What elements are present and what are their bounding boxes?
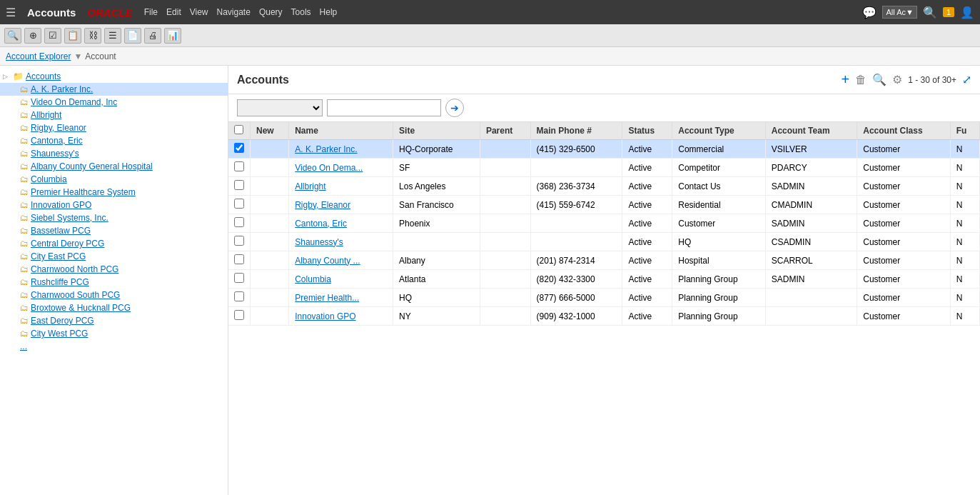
- tree-item-6[interactable]: 🗂 Albany County General Hospital: [0, 160, 228, 173]
- nav-navigate[interactable]: Navigate: [217, 7, 251, 17]
- tree-item-1[interactable]: 🗂 Video On Demand, Inc: [0, 96, 228, 109]
- tree-label-3[interactable]: Rigby, Eleanor: [31, 123, 86, 133]
- tree-item-12[interactable]: 🗂 Central Deroy PCG: [0, 237, 228, 250]
- col-team[interactable]: Account Team: [765, 122, 857, 140]
- tree-label-13[interactable]: City East PCG: [31, 251, 86, 261]
- account-explorer-link[interactable]: Account Explorer: [6, 51, 71, 61]
- toolbar-forward-btn[interactable]: ⊕: [24, 28, 41, 44]
- tree-label-0[interactable]: A. K. Parker Inc.: [31, 84, 93, 94]
- nav-help[interactable]: Help: [320, 7, 338, 17]
- tree-label-20[interactable]: ...: [20, 341, 27, 351]
- tree-label-16[interactable]: Charnwood South PCG: [31, 290, 120, 300]
- tree-label-4[interactable]: Cantona, Eric: [31, 136, 83, 146]
- tree-item-16[interactable]: 🗂 Charnwood South PCG: [0, 289, 228, 301]
- tree-item-2[interactable]: 🗂 Allbright: [0, 109, 228, 121]
- row-name-cell[interactable]: Allbright: [289, 177, 393, 196]
- tree-item-3[interactable]: 🗂 Rigby, Eleanor: [0, 121, 228, 134]
- tree-label-11[interactable]: Bassetlaw PCG: [31, 226, 91, 236]
- toolbar-list-btn[interactable]: ☰: [104, 28, 121, 44]
- tree-label-18[interactable]: East Deroy PCG: [31, 316, 94, 326]
- nav-file[interactable]: File: [144, 7, 158, 17]
- account-name-link[interactable]: Rigby, Eleanor: [295, 200, 350, 210]
- row-checkbox[interactable]: [234, 217, 244, 227]
- tree-label-9[interactable]: Innovation GPO: [31, 200, 91, 210]
- col-phone[interactable]: Main Phone #: [530, 122, 622, 140]
- tree-label-7[interactable]: Columbia: [31, 174, 67, 184]
- row-name-cell[interactable]: Shaunessy's: [289, 233, 393, 251]
- col-class[interactable]: Account Class: [857, 122, 951, 140]
- row-checkbox[interactable]: [234, 273, 244, 283]
- tree-label-14[interactable]: Charnwood North PCG: [31, 264, 118, 274]
- row-checkbox[interactable]: [234, 254, 244, 264]
- toolbar-link-btn[interactable]: ⛓: [84, 28, 101, 44]
- row-checkbox-cell[interactable]: [228, 159, 251, 177]
- tree-item-0[interactable]: 🗂 A. K. Parker Inc.: [0, 83, 228, 96]
- row-checkbox[interactable]: [234, 310, 244, 320]
- row-name-cell[interactable]: Premier Health...: [289, 289, 393, 307]
- menu-icon[interactable]: ☰: [6, 6, 16, 19]
- tree-label-10[interactable]: Siebel Systems, Inc.: [31, 213, 108, 223]
- account-name-link[interactable]: Innovation GPO: [295, 311, 355, 321]
- col-status[interactable]: Status: [622, 122, 672, 140]
- tree-item-9[interactable]: 🗂 Innovation GPO: [0, 199, 228, 211]
- tree-item-18[interactable]: 🗂 East Deroy PCG: [0, 314, 228, 327]
- tree-item-13[interactable]: 🗂 City East PCG: [0, 250, 228, 263]
- row-checkbox[interactable]: [234, 291, 244, 301]
- search-scope-dropdown[interactable]: All Ac▼: [882, 6, 916, 19]
- row-checkbox-cell[interactable]: [228, 270, 251, 289]
- row-checkbox-cell[interactable]: [228, 177, 251, 196]
- tree-item-17[interactable]: 🗂 Broxtowe & Hucknall PCG: [0, 301, 228, 314]
- tree-label-5[interactable]: Shaunessy's: [31, 149, 79, 159]
- row-name-cell[interactable]: Innovation GPO: [289, 307, 393, 326]
- settings-icon[interactable]: ⚙: [892, 73, 902, 86]
- tree-item-4[interactable]: 🗂 Cantona, Eric: [0, 134, 228, 147]
- row-checkbox[interactable]: [234, 143, 244, 153]
- tree-item-20[interactable]: ...: [0, 340, 228, 353]
- account-name-link[interactable]: Allbright: [295, 181, 325, 191]
- row-checkbox-cell[interactable]: [228, 196, 251, 214]
- row-checkbox[interactable]: [234, 161, 244, 171]
- tree-item-8[interactable]: 🗂 Premier Healthcare System: [0, 186, 228, 199]
- nav-edit[interactable]: Edit: [166, 7, 181, 17]
- tree-label-12[interactable]: Central Deroy PCG: [31, 239, 104, 249]
- col-parent[interactable]: Parent: [480, 122, 530, 140]
- tree-item-5[interactable]: 🗂 Shaunessy's: [0, 147, 228, 160]
- row-checkbox[interactable]: [234, 236, 244, 246]
- toolbar-back-btn[interactable]: 🔍: [4, 28, 21, 44]
- row-checkbox-cell[interactable]: [228, 214, 251, 233]
- tree-item-7[interactable]: 🗂 Columbia: [0, 173, 228, 186]
- select-all-checkbox[interactable]: [234, 125, 243, 134]
- nav-tools[interactable]: Tools: [291, 7, 311, 17]
- account-name-link[interactable]: Columbia: [295, 274, 331, 284]
- tree-root-item[interactable]: ▷ 📁 Accounts: [0, 70, 228, 83]
- row-name-cell[interactable]: Video On Dema...: [289, 159, 393, 177]
- search-records-icon[interactable]: 🔍: [872, 73, 886, 86]
- row-checkbox[interactable]: [234, 180, 244, 190]
- toolbar-copy-btn[interactable]: 📋: [64, 28, 81, 44]
- col-fu[interactable]: Fu: [950, 122, 979, 140]
- account-name-link[interactable]: Video On Dema...: [295, 163, 363, 173]
- account-name-link[interactable]: Albany County ...: [295, 256, 360, 266]
- tree-item-10[interactable]: 🗂 Siebel Systems, Inc.: [0, 211, 228, 224]
- tree-label-1[interactable]: Video On Demand, Inc: [31, 97, 117, 107]
- row-name-cell[interactable]: Albany County ...: [289, 251, 393, 270]
- col-site[interactable]: Site: [393, 122, 480, 140]
- add-record-icon[interactable]: +: [842, 71, 850, 88]
- row-name-cell[interactable]: A. K. Parker Inc.: [289, 140, 393, 159]
- tree-label-2[interactable]: Allbright: [31, 110, 61, 120]
- row-checkbox[interactable]: [234, 199, 244, 209]
- tree-label-15[interactable]: Rushcliffe PCG: [31, 277, 89, 287]
- user-icon[interactable]: 👤: [960, 6, 974, 19]
- toolbar-doc-btn[interactable]: 📄: [124, 28, 141, 44]
- tree-item-11[interactable]: 🗂 Bassetlaw PCG: [0, 224, 228, 237]
- tree-item-14[interactable]: 🗂 Charnwood North PCG: [0, 263, 228, 276]
- account-name-link[interactable]: Cantona, Eric: [295, 219, 347, 229]
- row-name-cell[interactable]: Rigby, Eleanor: [289, 196, 393, 214]
- account-name-link[interactable]: Premier Health...: [295, 293, 359, 303]
- row-checkbox-cell[interactable]: [228, 140, 251, 159]
- search-go-button[interactable]: ➔: [445, 99, 464, 117]
- tree-item-15[interactable]: 🗂 Rushcliffe PCG: [0, 276, 228, 289]
- row-checkbox-cell[interactable]: [228, 307, 251, 326]
- row-name-cell[interactable]: Cantona, Eric: [289, 214, 393, 233]
- search-value-input[interactable]: [327, 99, 441, 116]
